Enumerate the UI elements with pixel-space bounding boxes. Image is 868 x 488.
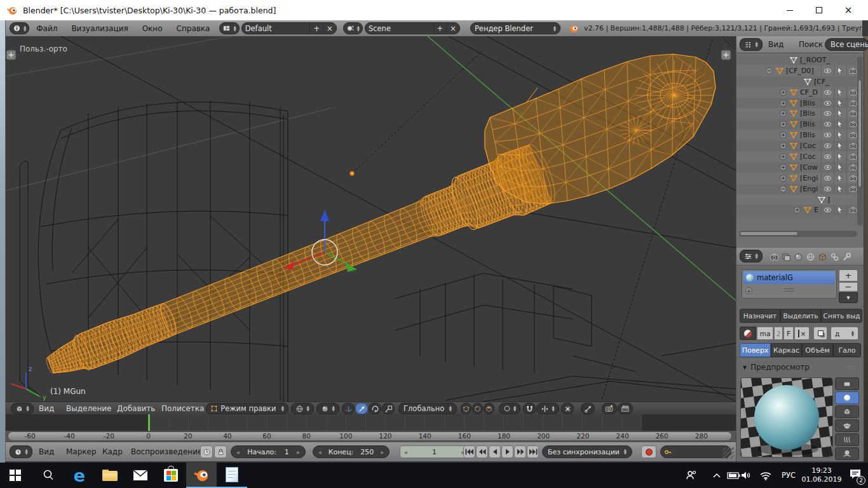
- visibility-eye-icon[interactable]: [821, 205, 834, 215]
- outliner-hscrollbar[interactable]: [739, 231, 857, 237]
- outliner-row[interactable]: +[Coc: [736, 140, 864, 151]
- layout-delete-button[interactable]: ×: [323, 23, 336, 34]
- selectability-cursor-icon[interactable]: [834, 87, 846, 98]
- outliner-item-label[interactable]: [Blis: [800, 120, 815, 128]
- selectability-cursor-icon[interactable]: [834, 98, 846, 109]
- expand-icon[interactable]: +: [780, 110, 787, 117]
- selectability-cursor-icon[interactable]: [834, 119, 846, 130]
- outliner-item-label[interactable]: [Coc: [800, 142, 816, 150]
- corner-resize-handle[interactable]: [722, 447, 734, 459]
- preview-flat-button[interactable]: [835, 377, 859, 390]
- selectability-cursor-icon[interactable]: [834, 151, 846, 162]
- close-button[interactable]: ×: [834, 0, 863, 20]
- next-keyframe-button[interactable]: [514, 445, 526, 458]
- editor-type-properties-button[interactable]: ▲▼: [740, 250, 763, 262]
- language-indicator[interactable]: РУС: [776, 463, 801, 488]
- use-nodes-button[interactable]: [813, 327, 827, 340]
- expand-icon[interactable]: +: [780, 164, 787, 171]
- menu-Окно[interactable]: Окно: [142, 24, 163, 33]
- tab-render[interactable]: [768, 251, 780, 262]
- manipulate-centers-button[interactable]: [581, 403, 595, 414]
- menu-Полисетка[interactable]: Полисетка: [161, 404, 204, 413]
- lock-time-cursor-button[interactable]: [214, 445, 227, 458]
- visibility-eye-icon[interactable]: [821, 87, 834, 98]
- start-button[interactable]: [0, 463, 31, 488]
- outliner-row[interactable]: −[CF_D0]: [736, 65, 864, 76]
- decrement-arrow-icon[interactable]: ◀: [236, 450, 240, 454]
- material-name-field[interactable]: ma: [757, 327, 773, 340]
- proportional-edit-dropdown[interactable]: ▲▼: [499, 403, 520, 414]
- jump-start-button[interactable]: [463, 445, 475, 458]
- outliner-item-label[interactable]: [Cow: [800, 163, 818, 172]
- preview-cube-button[interactable]: [835, 405, 859, 418]
- outliner-row[interactable]: +[Blis: [736, 98, 864, 109]
- tab-Каркас[interactable]: Каркас: [771, 343, 802, 357]
- outliner-item-label[interactable]: [Blis: [800, 99, 815, 107]
- outliner-item-label[interactable]: CF_D: [800, 88, 818, 97]
- render-engine-dropdown[interactable]: Рендер Blender▲▼: [470, 22, 560, 34]
- material-users-count[interactable]: 2: [774, 327, 783, 340]
- layout-add-button[interactable]: +: [309, 23, 323, 34]
- outliner-row[interactable]: [: [736, 194, 864, 205]
- scene-name-field[interactable]: Scene: [365, 23, 433, 34]
- outliner-row[interactable]: +CF_D: [736, 87, 864, 98]
- vertex-select-button[interactable]: [461, 403, 471, 414]
- toolshelf-toggle-button[interactable]: [6, 50, 16, 60]
- menu-Вид[interactable]: Вид: [39, 404, 54, 413]
- editor-type-outliner-button[interactable]: ▲▼: [740, 38, 763, 51]
- visibility-eye-icon[interactable]: [821, 119, 834, 130]
- visibility-eye-icon[interactable]: [821, 140, 834, 151]
- manipulator-toggle-button[interactable]: [342, 403, 355, 414]
- minimize-button[interactable]: [775, 0, 804, 20]
- outliner-item-label[interactable]: [Engi: [800, 174, 818, 182]
- explorer-taskbar-icon[interactable]: [95, 463, 125, 488]
- tab-Поверх[interactable]: Поверх: [740, 343, 771, 357]
- menu-Маркер[interactable]: Маркер: [66, 447, 97, 456]
- preview-monkey-button[interactable]: [835, 419, 859, 432]
- menu-Поиск[interactable]: Поиск: [799, 40, 823, 49]
- outliner-item-label[interactable]: [_ROOT_: [800, 56, 830, 64]
- outliner-item-label[interactable]: [Blis: [800, 131, 815, 139]
- visibility-eye-icon[interactable]: [821, 173, 834, 184]
- maximize-button[interactable]: [804, 0, 834, 20]
- collapse-icon[interactable]: −: [780, 186, 787, 193]
- selectability-cursor-icon[interactable]: [834, 130, 846, 140]
- visibility-eye-icon[interactable]: [821, 98, 834, 109]
- viewport-shading-dropdown[interactable]: ▲▼: [291, 403, 314, 414]
- timeline-strip[interactable]: [6, 414, 736, 431]
- layout-name-field[interactable]: Default: [242, 23, 310, 34]
- expand-icon[interactable]: +: [780, 153, 787, 160]
- tray-expand-button[interactable]: [708, 463, 726, 488]
- volume-tray-icon[interactable]: [737, 463, 755, 488]
- menu-Выделение[interactable]: Выделение: [66, 404, 111, 413]
- outliner-row[interactable]: +[Coc: [736, 151, 864, 162]
- unlink-material-button[interactable]: ×: [794, 327, 810, 340]
- outliner-item-label[interactable]: [CF_: [814, 78, 829, 86]
- selectability-cursor-icon[interactable]: [834, 108, 846, 119]
- preview-sphere-button[interactable]: [835, 391, 859, 404]
- editor-type-info-button[interactable]: ▲▼: [10, 22, 29, 34]
- snap-toggle-button[interactable]: [523, 403, 536, 414]
- scene-delete-button[interactable]: ×: [446, 23, 459, 34]
- menu-Добавить[interactable]: Добавить: [117, 404, 155, 413]
- action-center-button[interactable]: 2: [844, 463, 867, 488]
- outliner-item-label[interactable]: E: [814, 206, 818, 214]
- gizmo-z-arrow[interactable]: [320, 210, 329, 221]
- outliner-row[interactable]: +[Cow: [736, 162, 864, 173]
- material-browse-button[interactable]: [740, 327, 756, 340]
- outliner-item-label[interactable]: [: [828, 196, 831, 204]
- current-frame-field[interactable]: ◀ 1 ▶: [400, 445, 469, 458]
- preview-panel-header[interactable]: ▼ Предпросмотр ::::: [736, 361, 864, 374]
- outliner-row[interactable]: +[Blis: [736, 108, 864, 119]
- opengl-render-anim-button[interactable]: [618, 403, 633, 414]
- mail-taskbar-icon[interactable]: [125, 463, 156, 488]
- decrement-arrow-icon[interactable]: ◀: [404, 450, 407, 454]
- preview-hair-button[interactable]: [835, 433, 859, 446]
- visibility-eye-icon[interactable]: [821, 162, 834, 173]
- snap-element-dropdown[interactable]: ▲▼: [536, 403, 559, 414]
- expand-icon[interactable]: +: [780, 132, 787, 139]
- selectability-cursor-icon[interactable]: [834, 205, 846, 215]
- visibility-eye-icon[interactable]: [821, 108, 834, 119]
- outliner-item-label[interactable]: [Coc: [800, 152, 816, 161]
- expand-icon[interactable]: +: [780, 121, 787, 128]
